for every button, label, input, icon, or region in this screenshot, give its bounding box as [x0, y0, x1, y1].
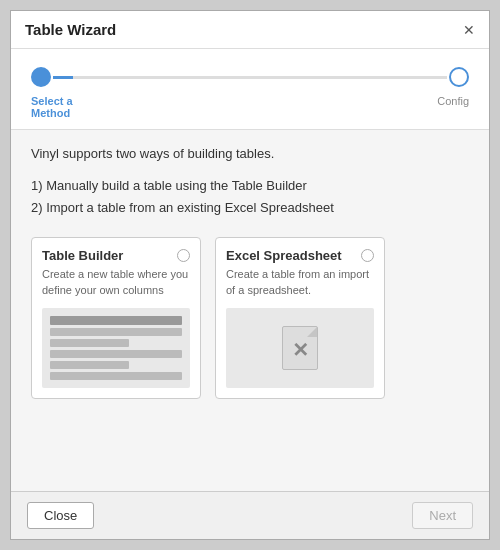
table-preview-lines — [42, 308, 190, 388]
step1-label: Select aMethod — [31, 95, 73, 119]
step2-label: Config — [437, 95, 469, 119]
footer: Close Next — [11, 491, 489, 539]
excel-card-header: Excel Spreadsheet — [226, 248, 374, 263]
intro-text: Vinyl supports two ways of building tabl… — [31, 146, 469, 161]
preview-line — [50, 361, 129, 369]
excel-x-letter: ✕ — [292, 338, 309, 362]
preview-line — [50, 328, 182, 336]
excel-radio[interactable] — [361, 249, 374, 262]
next-button: Next — [412, 502, 473, 529]
table-builder-title: Table Builder — [42, 248, 123, 263]
method1-text: 1) Manually build a table using the Tabl… — [31, 175, 469, 197]
excel-spreadsheet-card[interactable]: Excel Spreadsheet Create a table from an… — [215, 237, 385, 399]
preview-line — [50, 372, 182, 380]
excel-icon: ✕ — [280, 323, 320, 373]
progress-fill — [53, 76, 73, 79]
close-button[interactable]: Close — [27, 502, 94, 529]
excel-card-title: Excel Spreadsheet — [226, 248, 342, 263]
title-bar: Table Wizard ✕ — [11, 11, 489, 49]
table-builder-desc: Create a new table where you define your… — [42, 267, 190, 298]
excel-card-preview: ✕ — [226, 308, 374, 388]
method2-text: 2) Import a table from an existing Excel… — [31, 197, 469, 219]
step1-dot — [31, 67, 51, 87]
excel-icon-fold — [307, 327, 317, 337]
method-list: 1) Manually build a table using the Tabl… — [31, 175, 469, 219]
dialog: Table Wizard ✕ Select aMethod Config Vin… — [10, 10, 490, 540]
progress-labels: Select aMethod Config — [31, 95, 469, 119]
close-x-button[interactable]: ✕ — [463, 23, 475, 37]
progress-section: Select aMethod Config — [11, 49, 489, 130]
preview-line — [50, 350, 182, 358]
dialog-title: Table Wizard — [25, 21, 116, 38]
preview-line — [50, 339, 129, 347]
table-builder-card[interactable]: Table Builder Create a new table where y… — [31, 237, 201, 399]
cards-row: Table Builder Create a new table where y… — [31, 237, 469, 399]
table-builder-preview — [42, 308, 190, 388]
progress-track — [53, 76, 447, 79]
excel-card-desc: Create a table from an import of a sprea… — [226, 267, 374, 298]
progress-bar — [31, 67, 469, 87]
table-builder-radio[interactable] — [177, 249, 190, 262]
content-area: Vinyl supports two ways of building tabl… — [11, 130, 489, 491]
excel-icon-body: ✕ — [282, 326, 318, 370]
step2-dot — [449, 67, 469, 87]
table-builder-card-header: Table Builder — [42, 248, 190, 263]
preview-line — [50, 316, 182, 325]
